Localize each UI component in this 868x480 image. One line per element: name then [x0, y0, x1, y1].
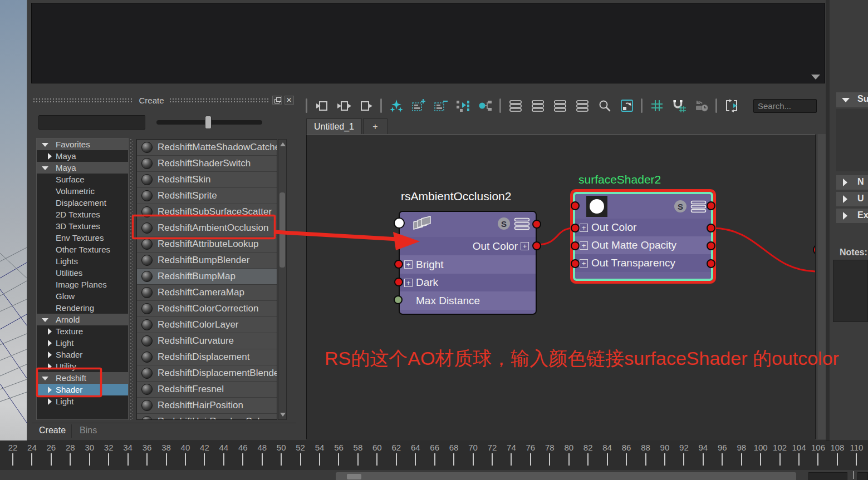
list-item-redshiftcameramap[interactable]: RedshiftCameraMap [137, 285, 277, 300]
list-item-redshiftcolorcorrection[interactable]: RedshiftColorCorrection [137, 301, 277, 316]
display-simple-icon[interactable] [507, 98, 523, 114]
tree-item-shader[interactable]: Shader [37, 384, 128, 395]
section-extra-attributes[interactable]: Ex [836, 209, 868, 223]
node-rsambientocclusion2[interactable]: S Out Color Bright [399, 211, 537, 315]
surface-out-transparency-out-port[interactable] [707, 259, 715, 268]
section-node-behaviour[interactable]: N [836, 175, 868, 190]
frame-number[interactable]: 22 [8, 443, 18, 452]
scroll-up-icon[interactable] [280, 142, 286, 146]
surface-out-matte-out-port[interactable] [707, 241, 715, 250]
chevron-down-icon[interactable] [42, 377, 48, 380]
frame-number[interactable]: 70 [468, 443, 478, 452]
tab-untitled-1[interactable]: Untitled_1 [306, 118, 362, 134]
surface-out-matte-in-port[interactable] [571, 241, 580, 250]
chevron-down-icon[interactable] [42, 166, 48, 170]
tree-item-glow[interactable]: Glow [37, 290, 128, 302]
list-item-redshiftbumpblender[interactable]: RedshiftBumpBlender [137, 253, 277, 268]
frame-graph-icon[interactable] [619, 98, 635, 114]
tree-item-env-textures[interactable]: Env Textures [37, 232, 128, 244]
tree-item-image-planes[interactable]: Image Planes [37, 279, 128, 290]
node-surfaceshader2[interactable]: S Out Color [573, 192, 713, 281]
chevron-right-icon[interactable] [48, 153, 52, 160]
chevron-right-icon[interactable] [48, 328, 52, 335]
frame-number[interactable]: 52 [296, 443, 305, 452]
expand-attr-icon[interactable] [580, 224, 588, 232]
toggle-grid-icon[interactable] [649, 98, 665, 114]
frame-number[interactable]: 30 [85, 443, 94, 452]
show-input-output-connections-icon[interactable] [336, 98, 352, 114]
shading-group-icon[interactable]: S [498, 217, 510, 230]
chevron-right-icon[interactable] [48, 352, 52, 358]
ao-row-dark[interactable]: Dark [400, 274, 536, 291]
snap-to-grid-icon[interactable] [671, 98, 687, 114]
frame-number[interactable]: 32 [104, 443, 114, 452]
tree-item-redshift[interactable]: Redshift [37, 372, 128, 384]
frame-number[interactable]: 72 [488, 443, 497, 452]
chevron-right-icon[interactable] [48, 398, 52, 405]
frame-number[interactable]: 90 [660, 443, 670, 452]
expand-attr-icon[interactable] [521, 242, 529, 250]
tree-item-shader[interactable]: Shader [37, 349, 128, 360]
tree-item-light[interactable]: Light [37, 395, 128, 407]
node-editor-search-input[interactable] [753, 99, 817, 113]
panel-divider[interactable] [826, 0, 830, 441]
frame-number[interactable]: 26 [47, 443, 56, 452]
expand-attr-icon[interactable] [404, 279, 413, 287]
tree-item-2d-textures[interactable]: 2D Textures [37, 209, 128, 220]
ao-row-bright[interactable]: Bright [400, 255, 536, 274]
node-editor-scrollbar[interactable] [817, 134, 826, 439]
tree-item-3d-textures[interactable]: 3D Textures [37, 220, 128, 232]
frame-number[interactable]: 110 [850, 443, 863, 452]
frame-number[interactable]: 28 [66, 443, 75, 452]
chevron-right-icon[interactable] [48, 363, 52, 370]
ao-dark-port[interactable] [394, 278, 403, 286]
tree-item-displacement[interactable]: Displacement [37, 197, 128, 209]
expand-attr-icon[interactable] [580, 241, 588, 250]
tab-bins[interactable]: Bins [80, 425, 97, 436]
list-item-redshiftambientocclusion[interactable]: RedshiftAmbientOcclusion [137, 220, 277, 236]
node-display-menu-icon[interactable] [514, 217, 530, 230]
tree-item-lights[interactable]: Lights [37, 255, 128, 267]
time-slider[interactable]: 2022242628303234363840424446485052545658… [0, 441, 868, 470]
frame-number[interactable]: 74 [507, 443, 516, 452]
surface-out-transparency-in-port[interactable] [571, 259, 580, 268]
ao-node-header[interactable]: S [400, 212, 536, 237]
list-item-redshiftcurvature[interactable]: RedshiftCurvature [137, 333, 277, 349]
surface-row-out-transparency[interactable]: Out Transparency [575, 254, 711, 272]
frame-number[interactable]: 80 [564, 443, 573, 452]
node-graph-canvas[interactable]: rsAmbientOcclusion2 S [306, 134, 816, 439]
frame-number[interactable]: 34 [123, 443, 133, 452]
close-panel-icon[interactable] [285, 96, 294, 105]
pin-selected-icon[interactable] [477, 98, 493, 114]
frame-number[interactable]: 82 [583, 443, 593, 452]
list-item-redshiftmatteshadowcatcher[interactable]: RedshiftMatteShadowCatcher [137, 140, 277, 155]
frame-number[interactable]: 98 [737, 443, 746, 452]
tab-create[interactable]: Create [39, 425, 66, 436]
surface-row-out-matte-opacity[interactable]: Out Matte Opacity [575, 236, 711, 254]
list-item-redshiftbumpmap[interactable]: RedshiftBumpMap [137, 269, 277, 284]
tree-item-favorites[interactable]: Favorites [37, 138, 128, 150]
list-item-redshiftskin[interactable]: RedshiftSkin [137, 172, 277, 187]
surface-header-in-port[interactable] [571, 201, 580, 210]
show-output-connections-icon[interactable] [358, 98, 374, 114]
ao-header-out-port[interactable] [532, 220, 541, 229]
chevron-down-icon[interactable] [42, 318, 48, 322]
tree-item-light[interactable]: Light [37, 337, 128, 349]
surface-out-color-in-port[interactable] [571, 224, 580, 232]
material-swatch-icon[interactable] [586, 196, 607, 217]
display-connected-icon[interactable] [529, 98, 546, 114]
frame-number[interactable]: 96 [718, 443, 727, 452]
float-panel-icon[interactable] [272, 96, 282, 105]
rearrange-graph-icon[interactable] [455, 98, 471, 114]
frame-number[interactable]: 106 [811, 443, 825, 452]
chevron-right-icon[interactable] [48, 340, 52, 347]
icon-size-slider-handle[interactable] [205, 116, 212, 129]
surface-row-out-color[interactable]: Out Color [575, 219, 711, 236]
scrollbar-thumb[interactable] [279, 192, 285, 268]
frame-number[interactable]: 42 [200, 443, 209, 452]
surface-node-header[interactable]: S [575, 194, 711, 219]
node-display-menu-icon[interactable] [690, 200, 707, 213]
frame-number[interactable]: 88 [641, 443, 650, 452]
frame-number[interactable]: 102 [773, 443, 787, 452]
range-handle-icon[interactable] [347, 474, 361, 479]
